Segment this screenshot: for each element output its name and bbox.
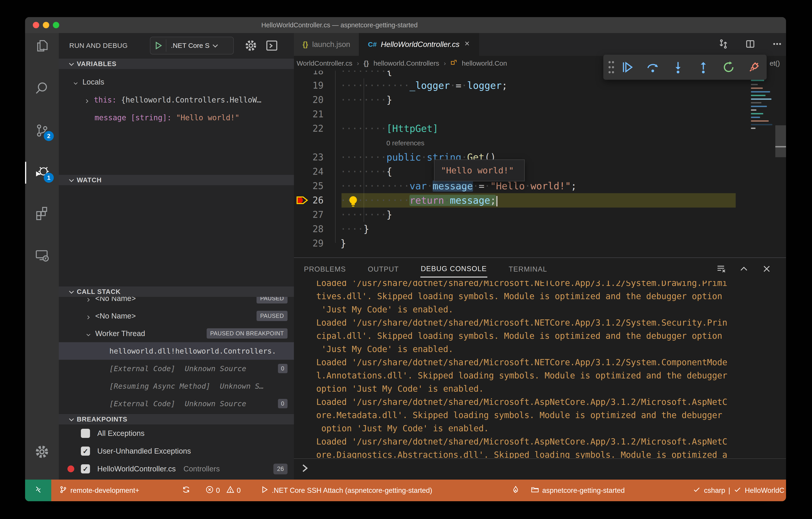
line-number[interactable]: 21 — [294, 107, 323, 121]
settings-gear-button[interactable] — [25, 435, 59, 469]
debug-console-input[interactable] — [294, 458, 786, 480]
code-line[interactable]: 22········[HttpGet] — [294, 121, 786, 136]
call-stack-frame-row[interactable]: helloworld.dll!helloworld.Controllers. — [59, 342, 294, 360]
sidebar-item-source-control[interactable]: 2 — [25, 114, 59, 148]
section-header-variables[interactable]: VARIABLES — [59, 58, 294, 69]
close-window-button[interactable] — [33, 22, 39, 28]
step-into-button[interactable] — [665, 55, 691, 80]
code-line[interactable]: 27········} — [294, 207, 786, 222]
sidebar-item-extensions[interactable] — [25, 196, 59, 230]
active-debug-session[interactable]: .NET Core SSH Attach (aspnetcore-getting… — [260, 480, 432, 501]
line-number[interactable]: 27 — [294, 207, 323, 222]
breadcrumb-method-clipped[interactable]: et() — [770, 56, 780, 70]
step-over-button[interactable] — [640, 55, 665, 80]
disconnect-button[interactable] — [742, 55, 767, 80]
close-panel-icon[interactable] — [762, 264, 772, 275]
checkbox[interactable] — [81, 429, 90, 438]
close-tab-icon[interactable] — [464, 40, 470, 49]
sidebar-item-explorer[interactable] — [25, 30, 59, 63]
lightbulb-icon[interactable] — [348, 196, 358, 206]
minimap[interactable] — [750, 70, 775, 257]
variable-row[interactable]: message [string]: "Hello world!" — [59, 109, 294, 126]
state-badge: PAUSED — [257, 297, 288, 304]
line-number[interactable]: 29 — [294, 236, 323, 251]
sidebar-item-search[interactable] — [25, 72, 59, 106]
sync-status[interactable] — [182, 480, 190, 501]
tab-launch-json[interactable]: {} launch.json — [294, 33, 359, 56]
panel-tab-terminal[interactable]: TERMINAL — [508, 262, 548, 277]
code-line[interactable]: 29} — [294, 236, 786, 251]
git-branch-status[interactable]: remote-development+ — [59, 480, 139, 501]
call-stack-thread-row[interactable]: <No Name>PAUSED — [59, 297, 294, 307]
step-out-button[interactable] — [691, 55, 716, 80]
code-editor[interactable]: 18········{19············_logger·=·logge… — [294, 70, 786, 257]
live-share-flame[interactable] — [512, 480, 520, 501]
remote-indicator[interactable] — [25, 480, 51, 501]
launch-config-select[interactable]: .NET Core S — [150, 37, 234, 54]
split-editor-icon[interactable] — [745, 39, 755, 50]
line-number[interactable]: 19 — [294, 78, 323, 93]
tab-helloworldcontroller-cs[interactable]: C# HelloWorldController.cs — [359, 33, 479, 56]
variable-row[interactable]: this: {helloworld.Controllers.HelloW… — [59, 91, 294, 109]
sidebar-item-run-and-debug[interactable]: 1 — [25, 156, 59, 190]
section-header-breakpoints[interactable]: BREAKPOINTS — [59, 413, 294, 425]
breakpoint-row[interactable]: All Exceptions — [59, 425, 294, 442]
editor-actions — [718, 33, 782, 56]
zoom-window-button[interactable] — [53, 22, 59, 28]
breakpoint-row[interactable]: ✓HelloWorldController.csControllers26 — [59, 460, 294, 478]
breadcrumb-namespace[interactable]: helloworld.Controllers — [373, 59, 439, 67]
breakpoint-row[interactable]: ✓User-Unhandled Exceptions — [59, 442, 294, 460]
minimize-window-button[interactable] — [43, 22, 49, 28]
open-changes-icon[interactable] — [718, 39, 729, 50]
checkbox[interactable]: ✓ — [81, 446, 90, 456]
line-number[interactable]: 22 — [294, 121, 323, 136]
sidebar-item-remote-explorer[interactable] — [25, 238, 59, 272]
code-line[interactable]: 26············return·message; — [294, 193, 786, 207]
line-number[interactable]: 20 — [294, 93, 323, 107]
code-line[interactable]: 0 references — [294, 136, 786, 150]
line-number[interactable]: 23 — [294, 150, 323, 165]
maximize-panel-icon[interactable] — [739, 264, 749, 275]
line-number[interactable]: 18 — [294, 70, 323, 78]
breadcrumb-class[interactable]: helloworld.Con — [462, 59, 507, 67]
code-line[interactable]: 25············var·message·=·"Hello·world… — [294, 179, 786, 193]
call-stack-thread-row[interactable]: Worker ThreadPAUSED ON BREAKPOINT — [59, 325, 294, 342]
restart-button[interactable] — [716, 55, 742, 80]
code-line[interactable]: 20········} — [294, 93, 786, 107]
panel-tab-debug-console[interactable]: DEBUG CONSOLE — [420, 261, 487, 278]
problems-status[interactable]: 0 0 — [205, 480, 241, 501]
breadcrumb-file[interactable]: WorldController.cs — [297, 59, 352, 67]
toolbar-drag-handle-icon[interactable] — [608, 60, 615, 75]
section-header-call-stack[interactable]: CALL STACK — [59, 286, 294, 297]
section-header-watch[interactable]: WATCH — [59, 174, 294, 185]
code-line[interactable]: 23········public·string·Get() — [294, 150, 786, 165]
call-stack-frame-row[interactable]: [External Code]Unknown Source0 — [59, 360, 294, 377]
debug-configure-gear-icon[interactable] — [244, 39, 257, 52]
breakpoint-label: HelloWorldController.cs — [97, 465, 176, 473]
code-line[interactable]: 28····} — [294, 222, 786, 236]
code-line[interactable]: 19············_logger·=·logger; — [294, 78, 786, 93]
clear-console-icon[interactable] — [716, 264, 726, 275]
scrollbar-thumb[interactable] — [775, 125, 786, 157]
line-number[interactable]: 28 — [294, 222, 323, 236]
call-stack-thread-row[interactable]: <No Name>PAUSED — [59, 307, 294, 325]
checkbox[interactable]: ✓ — [81, 464, 90, 473]
line-number[interactable] — [294, 136, 323, 150]
panel-tab-problems[interactable]: PROBLEMS — [303, 262, 346, 277]
workspace-folder-status[interactable]: aspnetcore-getting-started — [531, 480, 625, 501]
language-status[interactable]: csharp | HelloWorldC — [693, 480, 784, 501]
code-line[interactable]: 24········{ — [294, 165, 786, 179]
continue-button[interactable] — [615, 55, 640, 80]
breakpoint-current-line-icon[interactable] — [296, 195, 310, 206]
more-actions-icon[interactable] — [772, 39, 782, 50]
line-number[interactable]: 25 — [294, 179, 323, 193]
line-number[interactable]: 24 — [294, 165, 323, 179]
code-line[interactable]: 21 — [294, 107, 786, 121]
editor-scrollbar[interactable] — [775, 70, 786, 257]
open-debug-console-icon[interactable] — [265, 39, 279, 52]
panel-tab-output[interactable]: OUTPUT — [367, 262, 399, 277]
start-debugging-icon[interactable] — [154, 41, 163, 50]
variables-scope-row[interactable]: Locals — [59, 73, 294, 91]
call-stack-frame-row[interactable]: [External Code]Unknown Source0 — [59, 395, 294, 412]
call-stack-frame-row[interactable]: [Resuming Async Method]Unknown S… — [59, 377, 294, 395]
